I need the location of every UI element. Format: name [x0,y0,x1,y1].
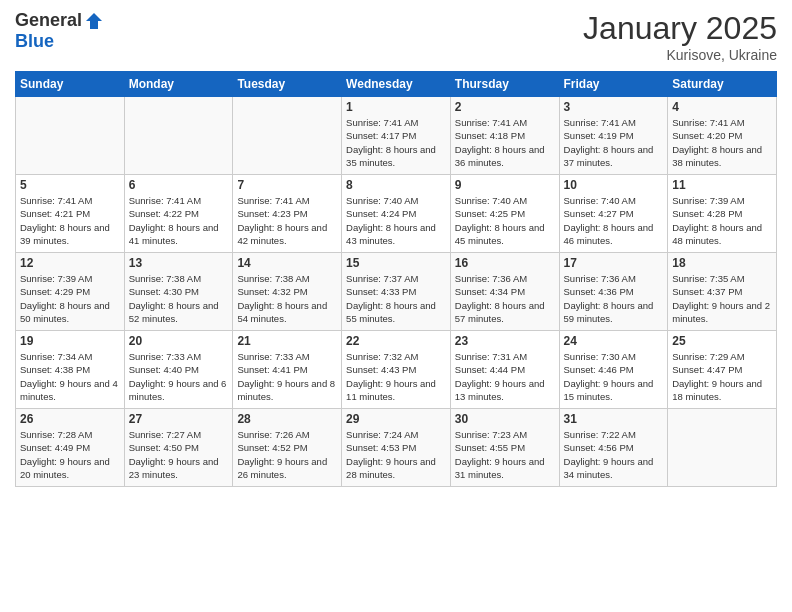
day-number: 31 [564,412,664,426]
day-detail: Sunrise: 7:22 AM Sunset: 4:56 PM Dayligh… [564,428,664,481]
day-number: 2 [455,100,555,114]
day-number: 18 [672,256,772,270]
week-row-1: 1Sunrise: 7:41 AM Sunset: 4:17 PM Daylig… [16,97,777,175]
day-detail: Sunrise: 7:27 AM Sunset: 4:50 PM Dayligh… [129,428,229,481]
day-number: 10 [564,178,664,192]
day-detail: Sunrise: 7:41 AM Sunset: 4:17 PM Dayligh… [346,116,446,169]
calendar-cell [124,97,233,175]
calendar-cell: 6Sunrise: 7:41 AM Sunset: 4:22 PM Daylig… [124,175,233,253]
day-number: 24 [564,334,664,348]
calendar-cell: 14Sunrise: 7:38 AM Sunset: 4:32 PM Dayli… [233,253,342,331]
day-number: 1 [346,100,446,114]
calendar-cell: 31Sunrise: 7:22 AM Sunset: 4:56 PM Dayli… [559,409,668,487]
day-detail: Sunrise: 7:31 AM Sunset: 4:44 PM Dayligh… [455,350,555,403]
day-detail: Sunrise: 7:41 AM Sunset: 4:23 PM Dayligh… [237,194,337,247]
day-detail: Sunrise: 7:33 AM Sunset: 4:41 PM Dayligh… [237,350,337,403]
day-detail: Sunrise: 7:41 AM Sunset: 4:19 PM Dayligh… [564,116,664,169]
calendar-cell: 4Sunrise: 7:41 AM Sunset: 4:20 PM Daylig… [668,97,777,175]
calendar-cell: 21Sunrise: 7:33 AM Sunset: 4:41 PM Dayli… [233,331,342,409]
calendar-cell: 7Sunrise: 7:41 AM Sunset: 4:23 PM Daylig… [233,175,342,253]
calendar-cell: 22Sunrise: 7:32 AM Sunset: 4:43 PM Dayli… [342,331,451,409]
day-detail: Sunrise: 7:41 AM Sunset: 4:20 PM Dayligh… [672,116,772,169]
day-number: 15 [346,256,446,270]
week-row-5: 26Sunrise: 7:28 AM Sunset: 4:49 PM Dayli… [16,409,777,487]
day-detail: Sunrise: 7:41 AM Sunset: 4:18 PM Dayligh… [455,116,555,169]
calendar-cell: 24Sunrise: 7:30 AM Sunset: 4:46 PM Dayli… [559,331,668,409]
calendar-cell: 1Sunrise: 7:41 AM Sunset: 4:17 PM Daylig… [342,97,451,175]
calendar-cell: 16Sunrise: 7:36 AM Sunset: 4:34 PM Dayli… [450,253,559,331]
day-detail: Sunrise: 7:35 AM Sunset: 4:37 PM Dayligh… [672,272,772,325]
col-friday: Friday [559,72,668,97]
col-thursday: Thursday [450,72,559,97]
day-number: 21 [237,334,337,348]
day-number: 17 [564,256,664,270]
calendar-cell: 29Sunrise: 7:24 AM Sunset: 4:53 PM Dayli… [342,409,451,487]
logo-general-text: General [15,10,82,31]
calendar-cell [668,409,777,487]
day-detail: Sunrise: 7:40 AM Sunset: 4:25 PM Dayligh… [455,194,555,247]
calendar-cell: 13Sunrise: 7:38 AM Sunset: 4:30 PM Dayli… [124,253,233,331]
calendar-cell: 3Sunrise: 7:41 AM Sunset: 4:19 PM Daylig… [559,97,668,175]
day-number: 11 [672,178,772,192]
col-wednesday: Wednesday [342,72,451,97]
day-number: 16 [455,256,555,270]
day-number: 5 [20,178,120,192]
day-number: 27 [129,412,229,426]
calendar-cell: 15Sunrise: 7:37 AM Sunset: 4:33 PM Dayli… [342,253,451,331]
day-detail: Sunrise: 7:36 AM Sunset: 4:34 PM Dayligh… [455,272,555,325]
page-container: General Blue January 2025 Kurisove, Ukra… [0,0,792,497]
day-detail: Sunrise: 7:26 AM Sunset: 4:52 PM Dayligh… [237,428,337,481]
calendar-cell: 9Sunrise: 7:40 AM Sunset: 4:25 PM Daylig… [450,175,559,253]
day-detail: Sunrise: 7:41 AM Sunset: 4:21 PM Dayligh… [20,194,120,247]
calendar-cell: 12Sunrise: 7:39 AM Sunset: 4:29 PM Dayli… [16,253,125,331]
day-number: 9 [455,178,555,192]
calendar-body: 1Sunrise: 7:41 AM Sunset: 4:17 PM Daylig… [16,97,777,487]
day-detail: Sunrise: 7:41 AM Sunset: 4:22 PM Dayligh… [129,194,229,247]
day-number: 25 [672,334,772,348]
day-detail: Sunrise: 7:34 AM Sunset: 4:38 PM Dayligh… [20,350,120,403]
logo-icon [84,11,104,31]
day-detail: Sunrise: 7:37 AM Sunset: 4:33 PM Dayligh… [346,272,446,325]
day-detail: Sunrise: 7:38 AM Sunset: 4:32 PM Dayligh… [237,272,337,325]
week-row-3: 12Sunrise: 7:39 AM Sunset: 4:29 PM Dayli… [16,253,777,331]
day-detail: Sunrise: 7:36 AM Sunset: 4:36 PM Dayligh… [564,272,664,325]
calendar-cell [233,97,342,175]
svg-marker-0 [86,13,102,29]
logo-blue-text: Blue [15,31,54,52]
day-number: 29 [346,412,446,426]
day-detail: Sunrise: 7:39 AM Sunset: 4:29 PM Dayligh… [20,272,120,325]
page-header: General Blue January 2025 Kurisove, Ukra… [15,10,777,63]
calendar-cell: 20Sunrise: 7:33 AM Sunset: 4:40 PM Dayli… [124,331,233,409]
calendar-cell: 27Sunrise: 7:27 AM Sunset: 4:50 PM Dayli… [124,409,233,487]
day-detail: Sunrise: 7:33 AM Sunset: 4:40 PM Dayligh… [129,350,229,403]
col-tuesday: Tuesday [233,72,342,97]
day-detail: Sunrise: 7:40 AM Sunset: 4:27 PM Dayligh… [564,194,664,247]
day-number: 22 [346,334,446,348]
day-detail: Sunrise: 7:23 AM Sunset: 4:55 PM Dayligh… [455,428,555,481]
day-number: 26 [20,412,120,426]
calendar-table: Sunday Monday Tuesday Wednesday Thursday… [15,71,777,487]
day-number: 8 [346,178,446,192]
calendar-cell: 25Sunrise: 7:29 AM Sunset: 4:47 PM Dayli… [668,331,777,409]
week-row-4: 19Sunrise: 7:34 AM Sunset: 4:38 PM Dayli… [16,331,777,409]
calendar-cell: 5Sunrise: 7:41 AM Sunset: 4:21 PM Daylig… [16,175,125,253]
calendar-cell: 2Sunrise: 7:41 AM Sunset: 4:18 PM Daylig… [450,97,559,175]
day-detail: Sunrise: 7:30 AM Sunset: 4:46 PM Dayligh… [564,350,664,403]
calendar-cell: 8Sunrise: 7:40 AM Sunset: 4:24 PM Daylig… [342,175,451,253]
day-detail: Sunrise: 7:24 AM Sunset: 4:53 PM Dayligh… [346,428,446,481]
calendar-cell: 11Sunrise: 7:39 AM Sunset: 4:28 PM Dayli… [668,175,777,253]
calendar-cell: 19Sunrise: 7:34 AM Sunset: 4:38 PM Dayli… [16,331,125,409]
header-row: Sunday Monday Tuesday Wednesday Thursday… [16,72,777,97]
day-number: 4 [672,100,772,114]
week-row-2: 5Sunrise: 7:41 AM Sunset: 4:21 PM Daylig… [16,175,777,253]
day-number: 7 [237,178,337,192]
calendar-cell: 26Sunrise: 7:28 AM Sunset: 4:49 PM Dayli… [16,409,125,487]
day-number: 30 [455,412,555,426]
day-detail: Sunrise: 7:29 AM Sunset: 4:47 PM Dayligh… [672,350,772,403]
col-sunday: Sunday [16,72,125,97]
calendar-cell: 17Sunrise: 7:36 AM Sunset: 4:36 PM Dayli… [559,253,668,331]
title-section: January 2025 Kurisove, Ukraine [583,10,777,63]
day-detail: Sunrise: 7:38 AM Sunset: 4:30 PM Dayligh… [129,272,229,325]
logo: General Blue [15,10,104,52]
day-number: 12 [20,256,120,270]
